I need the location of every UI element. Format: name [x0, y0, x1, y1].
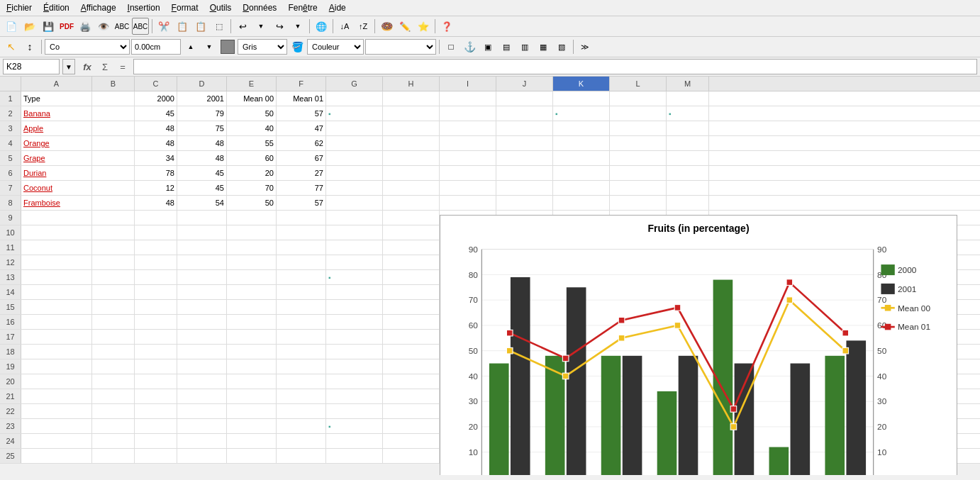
col-header-f[interactable]: F — [277, 77, 326, 91]
cell-extra-1-row-5[interactable] — [383, 151, 440, 165]
cell-d23[interactable] — [177, 419, 227, 433]
cell-extra-0-row-13[interactable]: ▪ — [326, 270, 383, 284]
cell-extra-1-row-11[interactable] — [383, 240, 440, 255]
cell-extra-1-row-24[interactable] — [383, 434, 440, 448]
cell-b19[interactable] — [92, 359, 135, 374]
cell-extra-1-row-6[interactable] — [383, 166, 440, 180]
cell-f22[interactable] — [277, 404, 326, 418]
cell-extra-4-row-1[interactable] — [553, 91, 610, 106]
cell-extra-2-row-8[interactable] — [440, 196, 496, 210]
cell-extra-3-row-3[interactable] — [496, 121, 553, 135]
cell-f8[interactable]: 57 — [277, 196, 326, 210]
cell-d13[interactable] — [177, 270, 227, 284]
sort-desc-btn[interactable]: ↓A — [336, 18, 353, 35]
redo-btn[interactable]: ↪ — [271, 18, 288, 35]
formula-eq-btn[interactable]: = — [115, 59, 130, 74]
cell-extra-0-row-20[interactable] — [326, 374, 383, 389]
undo-drop-btn[interactable]: ▼ — [252, 18, 269, 35]
cell-c20[interactable] — [135, 374, 177, 389]
cell-e12[interactable] — [227, 255, 277, 269]
cell-extra-1-row-9[interactable] — [383, 211, 440, 225]
cell-b7[interactable] — [92, 181, 135, 195]
cell-f23[interactable] — [277, 419, 326, 433]
wrap5-btn[interactable]: ▧ — [553, 38, 570, 55]
cell-extra-4-row-4[interactable] — [553, 136, 610, 150]
cell-c2[interactable]: 45 — [135, 106, 177, 121]
cell-d18[interactable] — [177, 345, 227, 359]
cell-e11[interactable] — [227, 240, 277, 255]
cell-extra-1-row-17[interactable] — [383, 330, 440, 344]
cell-extra-4-row-5[interactable] — [553, 151, 610, 165]
cell-f6[interactable]: 27 — [277, 166, 326, 180]
cell-extra-6-row-2[interactable]: ▪ — [667, 106, 709, 121]
cell-a7[interactable]: Coconut — [21, 181, 92, 195]
cell-f20[interactable] — [277, 374, 326, 389]
line-style-select[interactable]: Co — [45, 39, 130, 55]
cell-e3[interactable]: 40 — [227, 121, 277, 135]
cell-extra-1-row-2[interactable] — [383, 106, 440, 121]
cell-e13[interactable] — [227, 270, 277, 284]
cell-d19[interactable] — [177, 359, 227, 374]
cell-extra-1-row-13[interactable] — [383, 270, 440, 284]
cell-a20[interactable] — [21, 374, 92, 389]
area-color-select[interactable] — [365, 39, 436, 55]
cell-b13[interactable] — [92, 270, 135, 284]
cell-c4[interactable]: 48 — [135, 136, 177, 150]
cell-e4[interactable]: 55 — [227, 136, 277, 150]
cell-d1[interactable]: 2001 — [177, 91, 227, 106]
cell-b3[interactable] — [92, 121, 135, 135]
cell-extra-5-row-3[interactable] — [610, 121, 667, 135]
cell-extra-3-row-7[interactable] — [496, 181, 553, 195]
thickness-up-btn[interactable]: ▲ — [182, 38, 199, 55]
cell-a15[interactable] — [21, 300, 92, 314]
cell-e6[interactable]: 20 — [227, 166, 277, 180]
cell-d5[interactable]: 48 — [177, 151, 227, 165]
cell-extra-5-row-4[interactable] — [610, 136, 667, 150]
cell-e2[interactable]: 50 — [227, 106, 277, 121]
line-thickness-input[interactable] — [131, 39, 181, 55]
cell-d20[interactable] — [177, 374, 227, 389]
cell-extra-2-row-7[interactable] — [440, 181, 496, 195]
cell-b2[interactable] — [92, 106, 135, 121]
cell-a1[interactable]: Type — [21, 91, 92, 106]
cell-b21[interactable] — [92, 389, 135, 403]
cell-c19[interactable] — [135, 359, 177, 374]
cell-extra-6-row-3[interactable] — [667, 121, 709, 135]
preview-btn[interactable]: 👁️ — [95, 18, 112, 35]
col-header-c[interactable]: C — [135, 77, 177, 91]
cell-d10[interactable] — [177, 225, 227, 240]
cell-extra-3-row-4[interactable] — [496, 136, 553, 150]
cell-d12[interactable] — [177, 255, 227, 269]
copy-btn[interactable]: 📋 — [174, 18, 191, 35]
col-header-l[interactable]: L — [610, 77, 667, 91]
cell-extra-2-row-3[interactable] — [440, 121, 496, 135]
cell-extra-1-row-4[interactable] — [383, 136, 440, 150]
col-header-k[interactable]: K — [553, 77, 610, 91]
chart-btn[interactable]: 🍩 — [378, 18, 395, 35]
chart-container[interactable]: Fruits (in percentage) 00101020203030404… — [440, 215, 957, 475]
cell-b14[interactable] — [92, 285, 135, 299]
cell-c3[interactable]: 48 — [135, 121, 177, 135]
cell-extra-1-row-22[interactable] — [383, 404, 440, 418]
cell-a6[interactable]: Durian — [21, 166, 92, 180]
wrap4-btn[interactable]: ▦ — [535, 38, 552, 55]
cell-extra-4-row-8[interactable] — [553, 196, 610, 210]
cell-extra-6-row-8[interactable] — [667, 196, 709, 210]
cell-extra-0-row-18[interactable] — [326, 345, 383, 359]
cell-f1[interactable]: Mean 01 — [277, 91, 326, 106]
more-btn[interactable]: ≫ — [577, 38, 594, 55]
cell-f5[interactable]: 67 — [277, 151, 326, 165]
cell-extra-5-row-8[interactable] — [610, 196, 667, 210]
cell-b10[interactable] — [92, 225, 135, 240]
cell-a16[interactable] — [21, 315, 92, 329]
cell-a21[interactable] — [21, 389, 92, 403]
formula-input[interactable] — [133, 59, 977, 74]
cell-extra-0-row-8[interactable] — [326, 196, 383, 210]
cell-e18[interactable] — [227, 345, 277, 359]
cell-e16[interactable] — [227, 315, 277, 329]
cell-extra-4-row-2[interactable]: ▪ — [553, 106, 610, 121]
cell-b18[interactable] — [92, 345, 135, 359]
cell-extra-0-row-11[interactable] — [326, 240, 383, 255]
pdf-btn[interactable]: PDF — [58, 18, 75, 35]
line-mode-btn[interactable]: ↕ — [21, 38, 38, 55]
